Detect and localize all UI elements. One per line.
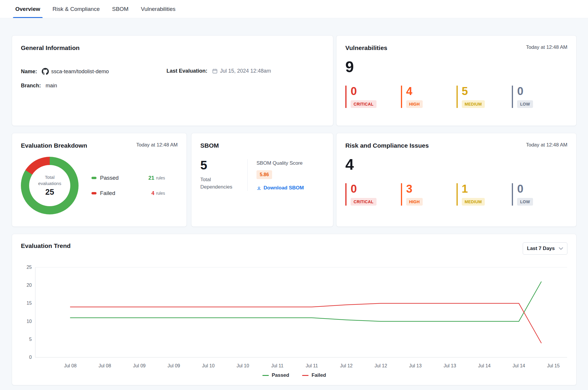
svg-text:25: 25 xyxy=(26,265,32,270)
legend-row-passed: Passed 21 rules xyxy=(91,175,165,181)
svg-text:0: 0 xyxy=(29,355,32,360)
vuln-high-count: 4 xyxy=(406,86,457,97)
trend-legend-passed: Passed xyxy=(262,372,289,378)
vuln-critical-count: 0 xyxy=(351,86,401,97)
trend-failed-label: Failed xyxy=(312,372,326,378)
passed-line-icon xyxy=(262,375,269,376)
vuln-low-badge: LOW xyxy=(517,100,533,108)
svg-text:Jul 15: Jul 15 xyxy=(547,363,560,368)
risk-severity-row: 0 CRITICAL 3 HIGH 1 MEDIUM 0 LOW xyxy=(345,183,567,206)
vuln-low-count: 0 xyxy=(517,86,567,97)
svg-text:Jul 10: Jul 10 xyxy=(236,363,249,368)
page-content: General Information Name: ssca-team/todo… xyxy=(0,18,588,385)
tab-vulnerabilities-label: Vulnerabilities xyxy=(141,6,176,12)
tab-risk-compliance[interactable]: Risk & Compliance xyxy=(52,0,101,18)
risk-severity-low: 0 LOW xyxy=(512,183,567,206)
vuln-critical-badge: CRITICAL xyxy=(351,100,377,108)
vulnerabilities-total: 9 xyxy=(345,59,567,74)
sbom-total-dependencies-label: Total Dependencies xyxy=(200,176,233,191)
calendar-icon xyxy=(212,68,218,74)
last-evaluation-text: Jul 15, 2024 12:48am xyxy=(220,68,271,74)
svg-text:Jul 14: Jul 14 xyxy=(513,363,525,368)
donut-center-line2: evaluations xyxy=(38,181,61,186)
svg-text:Jul 09: Jul 09 xyxy=(133,363,146,368)
svg-text:Jul 08: Jul 08 xyxy=(64,363,77,368)
sbom-quality-score-badge: 5.86 xyxy=(256,170,272,179)
svg-text:Jul 11: Jul 11 xyxy=(271,363,284,368)
risk-low-count: 0 xyxy=(517,183,567,195)
vuln-medium-count: 5 xyxy=(462,86,512,97)
svg-text:Jul 12: Jul 12 xyxy=(340,363,353,368)
svg-text:15: 15 xyxy=(26,301,32,306)
top-tab-bar: Overview Risk & Compliance SBOM Vulnerab… xyxy=(0,0,588,18)
vuln-severity-critical: 0 CRITICAL xyxy=(345,86,401,108)
trend-legend-failed: Failed xyxy=(302,372,326,378)
passed-value: 21 xyxy=(149,175,154,181)
name-label: Name: xyxy=(21,69,37,75)
tab-sbom[interactable]: SBOM xyxy=(111,0,129,18)
chevron-down-icon xyxy=(559,247,563,250)
legend-row-failed: Failed 4 rules xyxy=(91,190,165,196)
general-information-title: General Information xyxy=(21,44,80,51)
failed-value: 4 xyxy=(151,190,154,196)
failed-line-icon xyxy=(302,375,309,376)
donut-total-value: 25 xyxy=(45,188,54,197)
tab-overview[interactable]: Overview xyxy=(15,0,41,18)
vulnerabilities-timestamp: Today at 12:48 AM xyxy=(526,44,567,50)
evaluation-donut: Total evaluations 25 xyxy=(21,157,79,214)
general-information-card: General Information Name: ssca-team/todo… xyxy=(12,35,333,126)
risk-critical-count: 0 xyxy=(351,183,401,195)
github-icon xyxy=(42,68,49,75)
tab-risk-compliance-label: Risk & Compliance xyxy=(53,6,100,12)
sbom-title: SBOM xyxy=(200,142,219,149)
time-range-select[interactable]: Last 7 Days xyxy=(523,242,568,255)
evaluation-breakdown-card: Evaluation Breakdown Today at 12:48 AM T… xyxy=(12,133,187,227)
risk-severity-high: 3 HIGH xyxy=(401,183,457,206)
sbom-card: SBOM 5 Total Dependencies SBOM Quality S… xyxy=(191,133,333,227)
tab-vulnerabilities[interactable]: Vulnerabilities xyxy=(140,0,176,18)
evaluation-trend-title: Evaluation Trend xyxy=(21,242,71,249)
evaluation-breakdown-timestamp: Today at 12:48 AM xyxy=(136,142,178,148)
last-evaluation-value: Jul 15, 2024 12:48am xyxy=(212,68,271,74)
tab-sbom-label: SBOM xyxy=(112,6,129,12)
svg-text:Jul 14: Jul 14 xyxy=(478,363,491,368)
failed-marker-icon xyxy=(91,192,96,194)
evaluation-trend-card: Evaluation Trend Last 7 Days 0510152025J… xyxy=(12,234,577,385)
evaluation-breakdown-title: Evaluation Breakdown xyxy=(21,142,87,149)
vuln-medium-badge: MEDIUM xyxy=(462,100,485,108)
risk-compliance-title: Risk and Compliance Issues xyxy=(345,142,429,149)
vuln-severity-high: 4 HIGH xyxy=(401,86,457,108)
passed-unit: rules xyxy=(156,176,165,180)
svg-text:Jul 13: Jul 13 xyxy=(409,363,422,368)
svg-text:Jul 12: Jul 12 xyxy=(374,363,387,368)
risk-medium-badge: MEDIUM xyxy=(462,198,485,206)
passed-label: Passed xyxy=(100,175,149,181)
repo-name-value: ssca-team/todolist-demo xyxy=(42,68,109,75)
risk-medium-count: 1 xyxy=(462,183,512,195)
repo-name-text: ssca-team/todolist-demo xyxy=(51,69,109,75)
branch-value: main xyxy=(46,83,57,89)
evaluation-trend-chart: 0510152025Jul 08Jul 08Jul 09Jul 09Jul 10… xyxy=(21,256,568,371)
risk-high-count: 3 xyxy=(406,183,457,195)
time-range-value: Last 7 Days xyxy=(527,246,555,251)
svg-text:Jul 13: Jul 13 xyxy=(444,363,456,368)
failed-unit: rules xyxy=(156,191,165,196)
svg-text:20: 20 xyxy=(26,283,32,288)
risk-severity-critical: 0 CRITICAL xyxy=(345,183,401,206)
risk-compliance-timestamp: Today at 12:48 AM xyxy=(526,142,567,148)
risk-critical-badge: CRITICAL xyxy=(351,198,377,206)
download-icon xyxy=(256,186,261,191)
vuln-severity-medium: 5 MEDIUM xyxy=(457,86,512,108)
download-sbom-link[interactable]: Download SBOM xyxy=(256,185,304,191)
risk-compliance-card: Risk and Compliance Issues Today at 12:4… xyxy=(336,133,577,227)
passed-marker-icon xyxy=(91,177,96,179)
sbom-total-dependencies-value: 5 xyxy=(200,159,247,171)
svg-text:Jul 11: Jul 11 xyxy=(306,363,318,368)
vulnerabilities-card: Vulnerabilities Today at 12:48 AM 9 0 CR… xyxy=(336,35,577,126)
last-evaluation-label: Last Evaluation: xyxy=(166,68,207,74)
tab-overview-label: Overview xyxy=(15,6,40,12)
evaluation-legend: Passed 21 rules Failed 4 rules xyxy=(91,175,165,196)
trend-passed-label: Passed xyxy=(272,372,289,378)
trend-legend: Passed Failed xyxy=(21,372,567,378)
sbom-quality-score-label: SBOM Quality Score xyxy=(256,160,304,166)
